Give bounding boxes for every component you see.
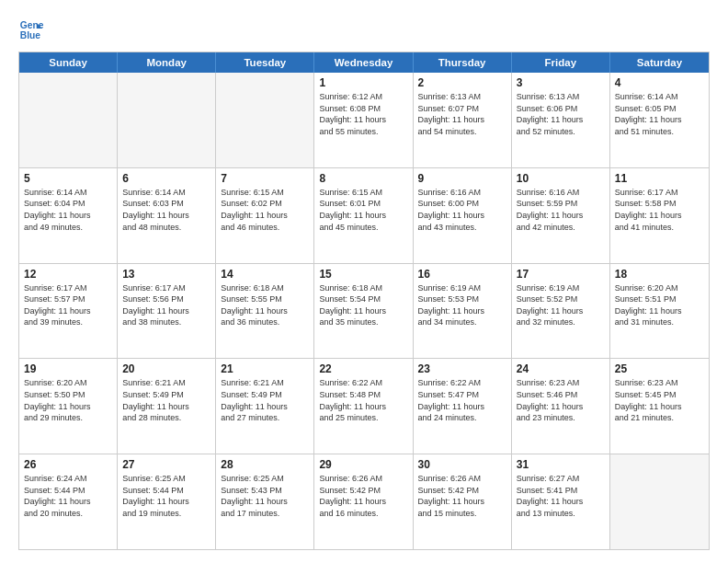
day-number: 18: [615, 268, 704, 281]
calendar-cell: 18Sunrise: 6:20 AM Sunset: 5:51 PM Dayli…: [610, 264, 709, 359]
day-info: Sunrise: 6:17 AM Sunset: 5:56 PM Dayligh…: [122, 282, 210, 328]
header-day-sunday: Sunday: [19, 52, 118, 73]
day-number: 31: [517, 458, 605, 471]
calendar: SundayMondayTuesdayWednesdayThursdayFrid…: [18, 52, 710, 550]
calendar-cell: 14Sunrise: 6:18 AM Sunset: 5:55 PM Dayli…: [216, 264, 314, 359]
day-number: 12: [24, 268, 112, 281]
day-number: 27: [122, 458, 210, 471]
day-number: 24: [517, 362, 605, 375]
calendar-cell: 15Sunrise: 6:18 AM Sunset: 5:54 PM Dayli…: [314, 264, 413, 359]
calendar-cell: 27Sunrise: 6:25 AM Sunset: 5:44 PM Dayli…: [118, 454, 216, 549]
calendar-cell: 26Sunrise: 6:24 AM Sunset: 5:44 PM Dayli…: [19, 454, 118, 549]
day-info: Sunrise: 6:15 AM Sunset: 6:01 PM Dayligh…: [319, 187, 407, 233]
day-number: 25: [615, 362, 704, 375]
day-info: Sunrise: 6:17 AM Sunset: 5:58 PM Dayligh…: [615, 187, 704, 233]
calendar-cell: 30Sunrise: 6:26 AM Sunset: 5:42 PM Dayli…: [414, 454, 512, 549]
day-number: 23: [418, 362, 506, 375]
day-number: 26: [24, 458, 112, 471]
calendar-week-4: 19Sunrise: 6:20 AM Sunset: 5:50 PM Dayli…: [19, 359, 709, 454]
calendar-week-3: 12Sunrise: 6:17 AM Sunset: 5:57 PM Dayli…: [19, 264, 709, 360]
day-number: 19: [24, 362, 112, 375]
calendar-cell: 2Sunrise: 6:13 AM Sunset: 6:07 PM Daylig…: [414, 73, 512, 167]
calendar-cell: 19Sunrise: 6:20 AM Sunset: 5:50 PM Dayli…: [19, 359, 118, 454]
day-number: 7: [221, 172, 309, 185]
day-number: 28: [221, 458, 309, 471]
day-info: Sunrise: 6:14 AM Sunset: 6:04 PM Dayligh…: [24, 187, 112, 233]
calendar-week-2: 5Sunrise: 6:14 AM Sunset: 6:04 PM Daylig…: [19, 168, 709, 264]
day-number: 16: [418, 268, 506, 281]
day-info: Sunrise: 6:26 AM Sunset: 5:42 PM Dayligh…: [418, 473, 506, 519]
day-number: 4: [615, 76, 704, 89]
day-info: Sunrise: 6:15 AM Sunset: 6:02 PM Dayligh…: [221, 187, 309, 233]
calendar-cell: 10Sunrise: 6:16 AM Sunset: 5:59 PM Dayli…: [512, 168, 610, 263]
day-number: 20: [122, 362, 210, 375]
day-info: Sunrise: 6:21 AM Sunset: 5:49 PM Dayligh…: [122, 377, 210, 423]
calendar-cell: 13Sunrise: 6:17 AM Sunset: 5:56 PM Dayli…: [118, 264, 216, 359]
day-info: Sunrise: 6:21 AM Sunset: 5:49 PM Dayligh…: [221, 377, 309, 423]
day-number: 6: [122, 172, 210, 185]
day-info: Sunrise: 6:12 AM Sunset: 6:08 PM Dayligh…: [319, 91, 407, 137]
day-number: 22: [319, 362, 407, 375]
day-info: Sunrise: 6:14 AM Sunset: 6:05 PM Dayligh…: [615, 91, 704, 137]
day-info: Sunrise: 6:18 AM Sunset: 5:55 PM Dayligh…: [221, 282, 309, 328]
day-info: Sunrise: 6:16 AM Sunset: 6:00 PM Dayligh…: [418, 187, 506, 233]
calendar-body: 1Sunrise: 6:12 AM Sunset: 6:08 PM Daylig…: [19, 73, 709, 549]
calendar-cell: 4Sunrise: 6:14 AM Sunset: 6:05 PM Daylig…: [610, 73, 709, 167]
day-info: Sunrise: 6:27 AM Sunset: 5:41 PM Dayligh…: [517, 473, 605, 519]
day-number: 2: [418, 76, 506, 89]
day-number: 11: [615, 172, 704, 185]
header-day-monday: Monday: [118, 52, 216, 73]
day-info: Sunrise: 6:25 AM Sunset: 5:43 PM Dayligh…: [221, 473, 309, 519]
day-info: Sunrise: 6:17 AM Sunset: 5:57 PM Dayligh…: [24, 282, 112, 328]
day-info: Sunrise: 6:24 AM Sunset: 5:44 PM Dayligh…: [24, 473, 112, 519]
calendar-cell: [216, 73, 314, 167]
calendar-cell: [118, 73, 216, 167]
day-number: 10: [517, 172, 605, 185]
header-day-saturday: Saturday: [610, 52, 709, 73]
day-number: 1: [319, 76, 407, 89]
day-number: 29: [319, 458, 407, 471]
calendar-cell: 16Sunrise: 6:19 AM Sunset: 5:53 PM Dayli…: [414, 264, 512, 359]
calendar-cell: 21Sunrise: 6:21 AM Sunset: 5:49 PM Dayli…: [216, 359, 314, 454]
header-day-thursday: Thursday: [414, 52, 512, 73]
calendar-cell: 11Sunrise: 6:17 AM Sunset: 5:58 PM Dayli…: [610, 168, 709, 263]
day-info: Sunrise: 6:25 AM Sunset: 5:44 PM Dayligh…: [122, 473, 210, 519]
day-info: Sunrise: 6:19 AM Sunset: 5:53 PM Dayligh…: [418, 282, 506, 328]
svg-text:General: General: [20, 20, 44, 30]
calendar-header: SundayMondayTuesdayWednesdayThursdayFrid…: [19, 52, 709, 73]
calendar-cell: 5Sunrise: 6:14 AM Sunset: 6:04 PM Daylig…: [19, 168, 118, 263]
day-info: Sunrise: 6:19 AM Sunset: 5:52 PM Dayligh…: [517, 282, 605, 328]
day-number: 14: [221, 268, 309, 281]
day-info: Sunrise: 6:18 AM Sunset: 5:54 PM Dayligh…: [319, 282, 407, 328]
day-number: 17: [517, 268, 605, 281]
calendar-cell: 20Sunrise: 6:21 AM Sunset: 5:49 PM Dayli…: [118, 359, 216, 454]
day-info: Sunrise: 6:22 AM Sunset: 5:47 PM Dayligh…: [418, 377, 506, 423]
calendar-cell: 28Sunrise: 6:25 AM Sunset: 5:43 PM Dayli…: [216, 454, 314, 549]
day-info: Sunrise: 6:20 AM Sunset: 5:51 PM Dayligh…: [615, 282, 704, 328]
logo: General Blue: [18, 17, 48, 42]
day-info: Sunrise: 6:23 AM Sunset: 5:45 PM Dayligh…: [615, 377, 704, 423]
day-info: Sunrise: 6:23 AM Sunset: 5:46 PM Dayligh…: [517, 377, 605, 423]
calendar-cell: 31Sunrise: 6:27 AM Sunset: 5:41 PM Dayli…: [512, 454, 610, 549]
calendar-cell: 17Sunrise: 6:19 AM Sunset: 5:52 PM Dayli…: [512, 264, 610, 359]
day-number: 3: [517, 76, 605, 89]
calendar-cell: 9Sunrise: 6:16 AM Sunset: 6:00 PM Daylig…: [414, 168, 512, 263]
calendar-cell: 3Sunrise: 6:13 AM Sunset: 6:06 PM Daylig…: [512, 73, 610, 167]
header-day-wednesday: Wednesday: [314, 52, 413, 73]
calendar-cell: 23Sunrise: 6:22 AM Sunset: 5:47 PM Dayli…: [414, 359, 512, 454]
header-day-tuesday: Tuesday: [216, 52, 314, 73]
day-info: Sunrise: 6:14 AM Sunset: 6:03 PM Dayligh…: [122, 187, 210, 233]
day-number: 21: [221, 362, 309, 375]
day-info: Sunrise: 6:16 AM Sunset: 5:59 PM Dayligh…: [517, 187, 605, 233]
day-info: Sunrise: 6:13 AM Sunset: 6:07 PM Dayligh…: [418, 91, 506, 137]
calendar-week-1: 1Sunrise: 6:12 AM Sunset: 6:08 PM Daylig…: [19, 73, 709, 168]
calendar-cell: 1Sunrise: 6:12 AM Sunset: 6:08 PM Daylig…: [314, 73, 413, 167]
calendar-cell: 29Sunrise: 6:26 AM Sunset: 5:42 PM Dayli…: [314, 454, 413, 549]
calendar-cell: 6Sunrise: 6:14 AM Sunset: 6:03 PM Daylig…: [118, 168, 216, 263]
calendar-cell: 24Sunrise: 6:23 AM Sunset: 5:46 PM Dayli…: [512, 359, 610, 454]
day-info: Sunrise: 6:20 AM Sunset: 5:50 PM Dayligh…: [24, 377, 112, 423]
calendar-cell: 7Sunrise: 6:15 AM Sunset: 6:02 PM Daylig…: [216, 168, 314, 263]
day-number: 30: [418, 458, 506, 471]
svg-text:Blue: Blue: [20, 30, 41, 40]
day-info: Sunrise: 6:26 AM Sunset: 5:42 PM Dayligh…: [319, 473, 407, 519]
